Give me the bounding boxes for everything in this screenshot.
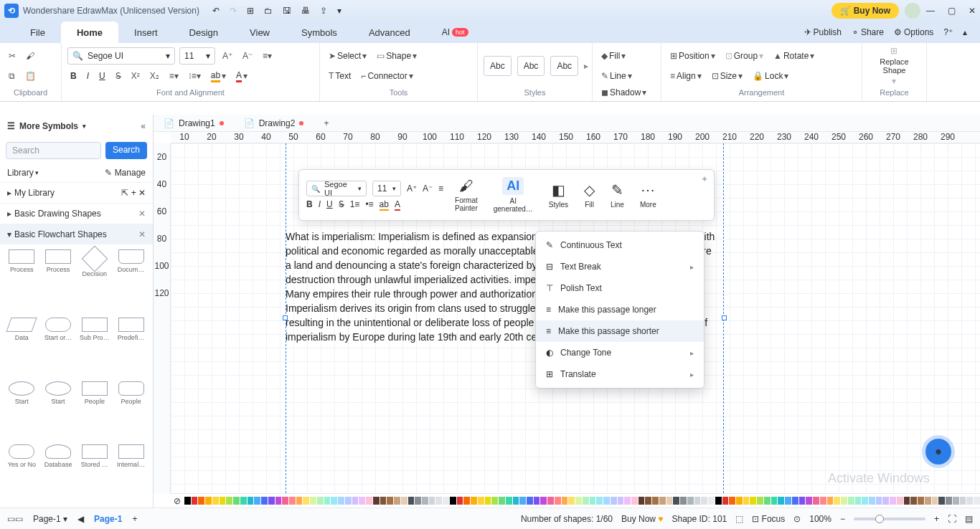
swatch[interactable] bbox=[310, 497, 316, 505]
swatch[interactable] bbox=[708, 497, 715, 505]
swatch[interactable] bbox=[736, 497, 743, 505]
shape-docum-[interactable]: Docum… bbox=[113, 247, 149, 314]
mini-numbering-icon[interactable]: 1≡ bbox=[350, 199, 360, 209]
swatch[interactable] bbox=[282, 497, 288, 505]
group-button[interactable]: ⊡ Group▾ bbox=[722, 49, 766, 62]
layers-icon[interactable]: ⬚ bbox=[735, 514, 743, 524]
pages-icon[interactable]: ▭▭ bbox=[7, 514, 23, 524]
mini-underline-icon[interactable]: U bbox=[326, 199, 333, 209]
swatch[interactable] bbox=[485, 497, 491, 505]
swatch[interactable] bbox=[590, 497, 596, 505]
shape-people[interactable]: People bbox=[113, 379, 149, 442]
shape-stored-[interactable]: Stored … bbox=[77, 442, 113, 505]
bold-icon[interactable]: B bbox=[67, 70, 80, 82]
swatch[interactable] bbox=[463, 497, 470, 505]
style-preset-3[interactable]: Abc bbox=[550, 56, 578, 76]
swatch[interactable] bbox=[848, 497, 854, 505]
swatch[interactable] bbox=[631, 497, 638, 505]
buy-now-button[interactable]: 🛒Buy Now bbox=[831, 3, 899, 19]
selection-handle[interactable] bbox=[722, 315, 727, 320]
shape-database[interactable]: Database bbox=[41, 442, 76, 505]
focus-button[interactable]: ⊡ Focus bbox=[752, 514, 785, 524]
shape-start[interactable]: Start bbox=[4, 379, 39, 442]
menu-home[interactable]: Home bbox=[61, 22, 118, 43]
manage-button[interactable]: ✎ Manage bbox=[105, 168, 146, 178]
swatch[interactable] bbox=[820, 497, 826, 505]
swatch[interactable] bbox=[869, 497, 875, 505]
underline-icon[interactable]: U bbox=[96, 70, 108, 82]
swatch[interactable] bbox=[220, 497, 226, 505]
swatch[interactable] bbox=[478, 497, 484, 505]
connector-tool[interactable]: ⌐ Connector ▾ bbox=[358, 70, 415, 82]
menu-insert[interactable]: Insert bbox=[118, 22, 174, 43]
swatch[interactable] bbox=[471, 497, 477, 505]
swatch[interactable] bbox=[345, 497, 352, 505]
swatch[interactable] bbox=[296, 497, 303, 505]
rotate-button[interactable]: ▲ Rotate▾ bbox=[771, 49, 817, 62]
mini-decrease-font-icon[interactable]: A⁻ bbox=[423, 184, 433, 194]
swatch[interactable] bbox=[680, 497, 687, 505]
swatch[interactable] bbox=[925, 497, 931, 505]
menu-symbols[interactable]: Symbols bbox=[286, 22, 353, 43]
swatch[interactable] bbox=[882, 497, 889, 505]
shape-data[interactable]: Data bbox=[4, 315, 39, 378]
ctx-make-longer[interactable]: ≡Make this passage longer bbox=[536, 299, 704, 320]
swatch[interactable] bbox=[380, 497, 387, 505]
ctx-translate[interactable]: ⊞Translate▸ bbox=[536, 363, 704, 385]
line-spacing-icon[interactable]: ≡▾ bbox=[166, 70, 182, 82]
swatch[interactable] bbox=[429, 497, 435, 505]
swatch[interactable] bbox=[715, 497, 722, 505]
shape-people[interactable]: People bbox=[77, 379, 113, 442]
shape-process[interactable]: Process bbox=[41, 247, 76, 314]
paste-icon[interactable]: 📋 bbox=[22, 70, 39, 82]
more-symbols-header[interactable]: ☰ More Symbols▾ « bbox=[0, 115, 153, 138]
swatch[interactable] bbox=[198, 497, 204, 505]
swatch[interactable] bbox=[568, 497, 575, 505]
shape-decision[interactable]: Decision bbox=[77, 247, 113, 314]
swatch[interactable] bbox=[422, 497, 428, 505]
swatch[interactable] bbox=[645, 497, 651, 505]
swatch[interactable] bbox=[764, 497, 771, 505]
redo-icon[interactable]: ↷ bbox=[230, 6, 237, 16]
swatch[interactable] bbox=[938, 497, 945, 505]
ctx-text-break[interactable]: ⊟Text Break▸ bbox=[536, 256, 704, 277]
swatch[interactable] bbox=[960, 497, 966, 505]
swatch[interactable] bbox=[387, 497, 393, 505]
basic-flowchart-item[interactable]: ▾ Basic Flowchart Shapes✕ bbox=[0, 224, 153, 244]
collapse-ribbon-icon[interactable]: ▴ bbox=[963, 27, 967, 37]
prev-page-icon[interactable]: ◀ bbox=[77, 514, 84, 524]
mini-bold-icon[interactable]: B bbox=[306, 199, 313, 209]
undo-icon[interactable]: ↶ bbox=[212, 6, 220, 16]
zoom-in-icon[interactable]: + bbox=[934, 514, 939, 524]
close-section-icon[interactable]: ✕ bbox=[138, 209, 146, 219]
ctx-make-shorter[interactable]: ≡Make this passage shorter bbox=[536, 320, 704, 342]
minimize-button[interactable]: — bbox=[926, 6, 935, 16]
swatch[interactable] bbox=[513, 497, 519, 505]
swatch[interactable] bbox=[457, 497, 463, 505]
mini-highlight-icon[interactable]: ab bbox=[380, 199, 389, 209]
swatch[interactable] bbox=[876, 497, 882, 505]
swatch[interactable] bbox=[624, 497, 631, 505]
fullscreen-icon[interactable]: ⛶ bbox=[948, 514, 956, 524]
swatch[interactable] bbox=[317, 497, 324, 505]
export-icon[interactable]: ⇪ bbox=[320, 6, 327, 16]
print-icon[interactable]: 🖶 bbox=[301, 6, 310, 16]
mini-increase-font-icon[interactable]: A⁺ bbox=[407, 184, 417, 194]
swatch[interactable] bbox=[575, 497, 582, 505]
add-lib-icon[interactable]: + bbox=[131, 188, 136, 198]
text-tool[interactable]: T Text bbox=[326, 70, 354, 82]
swatch[interactable] bbox=[352, 497, 359, 505]
copy-icon[interactable]: ⧉ bbox=[6, 70, 18, 82]
swatch[interactable] bbox=[953, 497, 959, 505]
drawing-canvas[interactable]: ✦ 🔍Segoe UI▾ 11▾ A⁺ A⁻ ≡ B I U S̶ 1≡ •≡ … bbox=[171, 143, 980, 493]
swatch[interactable] bbox=[547, 497, 554, 505]
swatch[interactable] bbox=[918, 497, 924, 505]
swatch[interactable] bbox=[415, 497, 421, 505]
mini-align-icon[interactable]: ≡ bbox=[438, 184, 443, 194]
doc-tab-drawing1[interactable]: 📄Drawing1 bbox=[154, 115, 234, 132]
maximize-button[interactable]: ▢ bbox=[948, 6, 956, 16]
zoom-level[interactable]: 100% bbox=[809, 514, 831, 524]
ctx-change-tone[interactable]: ◐Change Tone▸ bbox=[536, 342, 704, 363]
shape-start[interactable]: Start bbox=[41, 379, 76, 442]
help-icon[interactable]: ?⁺ bbox=[943, 27, 953, 37]
